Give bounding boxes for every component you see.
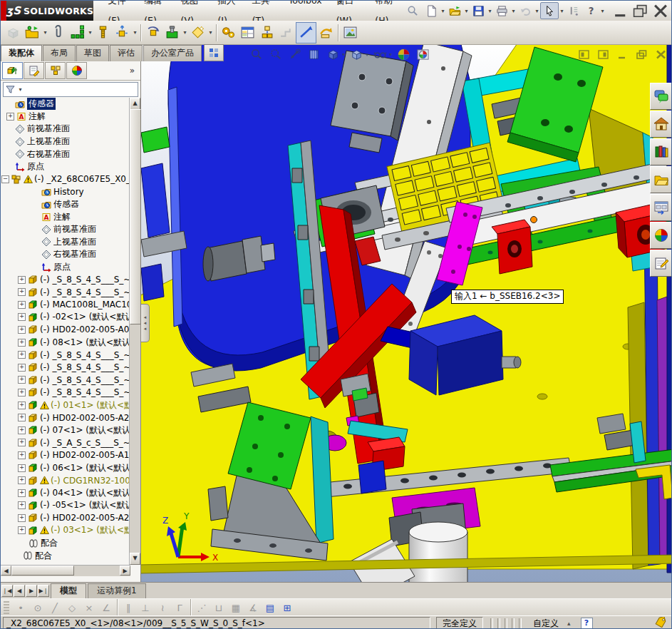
dropdown-arrow[interactable]: ▾	[182, 29, 188, 36]
tree-item-17[interactable]: +(-) -02<1> (默认<默认_	[1, 311, 130, 324]
sketch-tool-11[interactable]: ⊔	[210, 603, 227, 613]
close-button[interactable]	[653, 4, 668, 17]
explode-line-sketch-icon[interactable]	[276, 23, 296, 43]
tree-item-10[interactable]: 前视基准面	[1, 223, 130, 236]
tree-item-36[interactable]: 配合	[1, 549, 130, 562]
tree-item-13[interactable]: 原点	[1, 261, 130, 274]
scroll-down-arrow[interactable]: ▼	[130, 553, 140, 565]
undo-button[interactable]	[517, 3, 534, 19]
previous-view-icon[interactable]	[286, 46, 302, 62]
panel-overflow-chevron[interactable]: »	[130, 66, 135, 76]
dropdown-arrow[interactable]: ▾	[463, 8, 470, 14]
tree-item-32[interactable]: +(-) -05<1> (默认<默认_	[1, 499, 130, 512]
dropdown-arrow[interactable]: ▾	[87, 29, 93, 36]
expand-box[interactable]: +	[18, 489, 26, 497]
view-palette-icon[interactable]	[650, 194, 672, 221]
blue-piece[interactable]	[358, 461, 386, 494]
dropdown-arrow[interactable]: ▾	[207, 29, 214, 36]
dropdown-arrow[interactable]: ▾	[366, 51, 368, 58]
tree-item-2[interactable]: 前视基准面	[1, 123, 130, 135]
tree-item-28[interactable]: +(-) HD02-002-005-A19<1	[1, 449, 130, 462]
expand-box[interactable]: −	[1, 175, 9, 183]
tree-item-6[interactable]: −(-) _X2_68C067E5_X0_<	[1, 173, 130, 186]
tag-icon[interactable]	[655, 617, 667, 629]
minimize-button[interactable]	[613, 4, 629, 17]
help-button[interactable]: ?	[582, 3, 599, 19]
tree-item-7[interactable]: History	[1, 185, 130, 198]
new-button[interactable]	[423, 3, 440, 19]
comments-icon[interactable]	[650, 83, 672, 110]
sketch-tool-3[interactable]: ◇	[63, 603, 81, 613]
expand-box[interactable]: +	[18, 526, 26, 534]
appearances-icon[interactable]	[650, 222, 672, 249]
command-tab-4[interactable]: 办公室产品	[143, 45, 202, 61]
dropdown-arrow[interactable]: ▾	[389, 51, 392, 58]
sketch-tool-7[interactable]: ⊥	[137, 603, 154, 613]
zoom-area-icon[interactable]	[267, 46, 283, 62]
expand-box[interactable]: +	[18, 414, 26, 421]
scroll-left-arrow[interactable]: ◀	[1, 566, 11, 576]
command-tab-0[interactable]: 装配体	[1, 45, 42, 61]
sketch-tool-2[interactable]: ╱	[46, 603, 63, 613]
tab-propertymanager[interactable]	[24, 62, 44, 79]
panel-splitter[interactable]: ◂◂◂	[141, 304, 150, 342]
expand-box[interactable]: +	[18, 464, 26, 472]
expand-box[interactable]: +	[18, 514, 26, 522]
tree-item-19[interactable]: +(-) 08<1> (默认<默认_	[1, 336, 130, 349]
minimize-document-button[interactable]	[616, 48, 629, 61]
last-tab-button[interactable]: ▶❘	[38, 585, 49, 597]
custom-properties-icon[interactable]	[650, 250, 672, 277]
tree-item-15[interactable]: +(-) _S_8_S_4_S___S_~_	[1, 286, 130, 299]
dropdown-arrow[interactable]: ▾	[559, 8, 565, 14]
expand-box[interactable]: +	[18, 451, 26, 459]
edit-appearance-icon[interactable]	[396, 46, 411, 62]
tree-item-4[interactable]: 右视基准面	[1, 148, 130, 160]
sketch-tool-6[interactable]: ∥	[120, 603, 137, 613]
instant3d-icon[interactable]	[316, 23, 336, 43]
mate-marker[interactable]	[531, 217, 537, 223]
expand-box[interactable]: +	[18, 351, 26, 359]
prev-window-button[interactable]	[577, 48, 591, 61]
bottom-tab-0[interactable]: 模型	[51, 583, 86, 598]
scroll-up-arrow[interactable]: ▲	[130, 98, 140, 110]
tree-item-31[interactable]: +(-) 04<1> (默认<默认_	[1, 486, 130, 499]
close-document-button[interactable]	[654, 48, 668, 61]
tree-item-23[interactable]: +(-) _S_8_S_4_S___S_~_	[1, 387, 130, 399]
sketch-tool-12[interactable]: ▦	[227, 603, 244, 613]
print-button[interactable]	[493, 3, 510, 19]
tab-configurationmanager[interactable]	[45, 62, 66, 79]
tree-item-9[interactable]: A注解	[1, 210, 130, 223]
move-component-icon[interactable]	[113, 23, 132, 43]
scroll-thumb[interactable]	[11, 566, 74, 576]
take-snapshot-icon[interactable]	[341, 23, 360, 43]
edit-mode[interactable]: 自定义	[527, 618, 564, 629]
prev-tab-button[interactable]: ◀	[14, 585, 25, 597]
isolate-icon[interactable]	[296, 22, 316, 44]
expand-box[interactable]: +	[18, 339, 26, 347]
select-button[interactable]	[540, 2, 559, 19]
tree-item-12[interactable]: 右视基准面	[1, 248, 130, 261]
dropdown-arrow[interactable]: ▾	[342, 51, 345, 58]
tree-item-0[interactable]: 传感器	[1, 98, 130, 111]
expand-box[interactable]: +	[18, 313, 26, 321]
sketch-tool-9[interactable]: Γ	[171, 603, 188, 613]
insert-components-icon[interactable]	[4, 23, 23, 43]
design-library-icon[interactable]	[650, 138, 672, 165]
scroll-thumb[interactable]	[130, 109, 141, 324]
sketch-tool-4[interactable]: ×	[81, 603, 98, 613]
restore-button[interactable]	[633, 4, 648, 17]
tree-item-22[interactable]: +(-) _S_8_S_4_S___S_~_	[1, 374, 130, 387]
restore-document-button[interactable]	[635, 48, 648, 61]
sketch-tool-1[interactable]: ⊙	[29, 603, 46, 613]
bottom-tab-1[interactable]: 运动算例1	[88, 583, 146, 598]
tree-item-1[interactable]: +A注解	[1, 111, 130, 123]
expand-box[interactable]: +	[18, 376, 26, 384]
tree-item-33[interactable]: +(-) HD02-002-005-A28<1	[1, 512, 130, 525]
next-tab-button[interactable]: ▶	[26, 585, 37, 597]
dropdown-arrow[interactable]: ▾	[17, 86, 24, 93]
tree-filter[interactable]: ▾	[3, 82, 138, 97]
section-view-icon[interactable]	[306, 46, 321, 62]
sketch-tool-colored-1[interactable]: ⊞	[279, 603, 296, 613]
expand-box[interactable]: +	[18, 426, 26, 434]
sketch-tool-5[interactable]: ∠	[98, 603, 115, 613]
